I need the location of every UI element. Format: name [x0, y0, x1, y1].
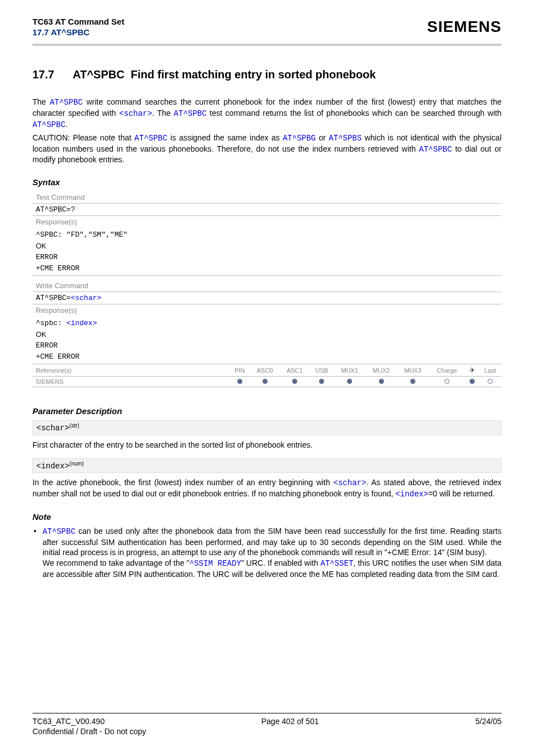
- dot-cell: [250, 377, 279, 387]
- note-list: AT^SPBC can be used only after the phone…: [32, 526, 502, 580]
- col-mux1: MUX1: [334, 364, 366, 377]
- page-footer: TC63_ATC_V00.490 Page 402 of 501 5/24/05…: [32, 713, 502, 736]
- text: In the active phonebook, the first (lowe…: [32, 478, 334, 487]
- dot-filled-icon: [319, 379, 324, 384]
- header-divider: [32, 44, 502, 46]
- dot-filled-icon: [470, 379, 475, 384]
- response-label: Response(s): [32, 216, 502, 228]
- link-atspbc[interactable]: AT^SPBC: [43, 527, 76, 536]
- dot-filled-icon: [263, 379, 268, 384]
- param-schar-box: <schar>(str): [32, 420, 502, 435]
- write-command-label: Write Command: [32, 276, 502, 292]
- link-index[interactable]: <index>: [67, 319, 97, 327]
- link-schar[interactable]: <schar>: [334, 478, 367, 487]
- col-asc1: ASC1: [280, 364, 310, 377]
- dot-open-icon: [488, 379, 493, 384]
- dot-cell: [366, 377, 397, 387]
- dot-cell: [280, 377, 310, 387]
- footer-divider: [32, 713, 502, 713]
- response-label: Response(s): [32, 304, 502, 317]
- param-schar-desc: First character of the entry to be searc…: [32, 440, 502, 450]
- col-mux2: MUX2: [366, 364, 397, 377]
- link-atspbc[interactable]: AT^SPBC: [419, 145, 452, 154]
- test-command-label: Test Command: [32, 191, 502, 204]
- doc-title: TC63 AT Command Set: [32, 17, 124, 26]
- parameter-heading: Parameter Description: [32, 406, 502, 416]
- response-line: ^spbc:: [36, 319, 67, 327]
- dot-cell: [310, 377, 334, 387]
- section-cmd: AT^SPBC: [73, 68, 124, 81]
- text: . The: [152, 109, 174, 118]
- link-atspbc[interactable]: AT^SPBC: [50, 98, 83, 107]
- link-atspbc[interactable]: AT^SPBC: [134, 134, 167, 143]
- section-number: 17.7: [32, 68, 58, 81]
- link-schar[interactable]: <schar>: [119, 109, 152, 118]
- response-cme: +CME ERROR: [36, 264, 79, 273]
- doc-subtitle: 17.7 AT^SPBC: [32, 27, 124, 37]
- col-charge: Charge: [429, 364, 465, 377]
- param-index-name: <index>: [36, 462, 69, 471]
- dot-filled-icon: [237, 379, 242, 384]
- link-schar[interactable]: <schar>: [71, 294, 101, 302]
- param-index-box: <index>(num): [32, 458, 502, 473]
- syntax-heading: Syntax: [32, 177, 502, 187]
- text: CAUTION: Please note that: [32, 133, 134, 142]
- link-ssim-ready[interactable]: ^SSIM READY: [189, 559, 241, 568]
- dot-cell: [465, 377, 479, 387]
- link-atspbs[interactable]: AT^SPBS: [329, 134, 362, 143]
- link-index[interactable]: <index>: [395, 490, 428, 499]
- col-arrow: ✈: [465, 364, 479, 377]
- text: The: [32, 97, 50, 106]
- footer-page: Page 402 of 501: [261, 717, 319, 726]
- link-atspbg[interactable]: AT^SPBG: [283, 134, 316, 143]
- text: or: [316, 133, 329, 142]
- text: " URC. If enabled with: [241, 558, 321, 567]
- syntax-table: Test Command AT^SPBC=? Response(s) ^SPBC…: [32, 191, 502, 364]
- response-line: ^SPBC: "FD","SM","ME": [36, 231, 128, 239]
- footer-date: 5/24/05: [475, 717, 502, 726]
- dot-filled-icon: [379, 379, 384, 384]
- note-item: AT^SPBC can be used only after the phone…: [32, 526, 502, 580]
- response-ok: OK: [36, 330, 46, 339]
- footer-version: TC63_ATC_V00.490: [32, 717, 105, 726]
- write-command: AT^SPBC=<schar>: [32, 292, 502, 304]
- col-pin: PIN: [229, 364, 250, 377]
- text: test command returns the list of phonebo…: [207, 109, 502, 118]
- reference-label: Reference(s): [32, 364, 229, 377]
- text: .: [65, 120, 68, 129]
- param-schar-type: (str): [69, 422, 79, 429]
- intro-paragraph: The AT^SPBC write command searches the c…: [32, 97, 502, 165]
- page-header: TC63 AT Command Set 17.7 AT^SPBC SIEMENS: [32, 17, 502, 44]
- col-last: Last: [479, 364, 502, 377]
- col-usb: USB: [310, 364, 334, 377]
- response-error: ERROR: [36, 253, 58, 261]
- note-heading: Note: [32, 512, 502, 522]
- response-error: ERROR: [36, 341, 58, 350]
- dot-filled-icon: [410, 379, 415, 384]
- dot-cell: [479, 377, 502, 387]
- test-command: AT^SPBC=?: [32, 204, 502, 216]
- text: can be used only after the phonebook dat…: [43, 527, 502, 557]
- link-atspbc[interactable]: AT^SPBC: [32, 120, 65, 129]
- section-title-text: Find first matching entry in sorted phon…: [131, 68, 376, 81]
- param-index-type: (num): [69, 461, 84, 467]
- text: is assigned the same index as: [167, 133, 283, 142]
- brand-logo: SIEMENS: [427, 18, 502, 36]
- reference-table: Reference(s) PIN ASC0 ASC1 USB MUX1 MUX2…: [32, 364, 502, 387]
- text: We recommend to take advantage of the ": [43, 558, 189, 567]
- text: =0 will be returned.: [428, 489, 495, 498]
- col-mux3: MUX3: [397, 364, 428, 377]
- write-response: ^spbc: <index> OK ERROR +CME ERROR: [32, 316, 502, 364]
- dot-open-icon: [444, 379, 449, 384]
- dot-filled-icon: [347, 379, 352, 384]
- dot-cell: [229, 377, 250, 387]
- footer-confidential: Confidential / Draft - Do not copy: [32, 727, 502, 736]
- response-cme: +CME ERROR: [36, 353, 79, 361]
- dot-filled-icon: [292, 379, 297, 384]
- text: AT^SPBC=: [36, 294, 71, 302]
- test-response: ^SPBC: "FD","SM","ME" OK ERROR +CME ERRO…: [32, 228, 502, 276]
- section-heading: 17.7 AT^SPBC Find first matching entry i…: [32, 68, 502, 81]
- link-atsset[interactable]: AT^SSET: [321, 559, 354, 568]
- link-atspbc[interactable]: AT^SPBC: [174, 109, 207, 118]
- dot-cell: [429, 377, 465, 387]
